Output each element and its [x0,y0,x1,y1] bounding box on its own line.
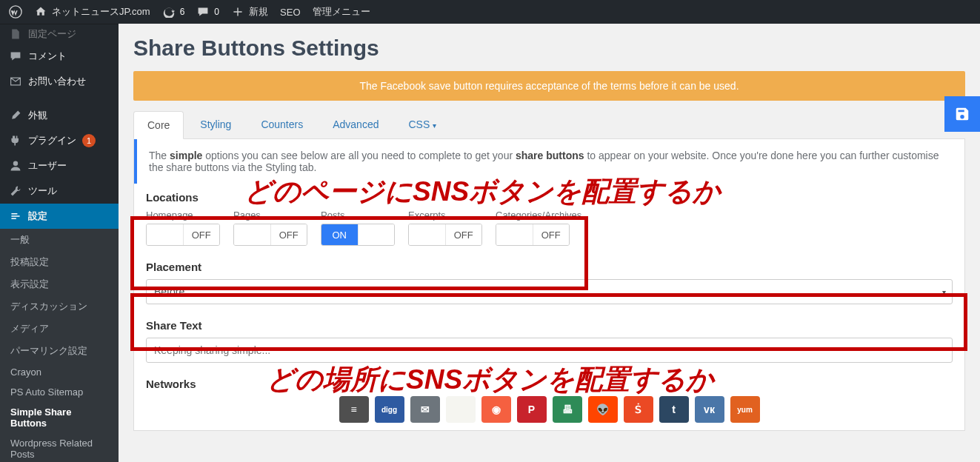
toggle-on [496,224,533,245]
sidebar-label: 設定 [28,210,47,223]
sidebar-item-appearance[interactable]: 外観 [0,103,119,128]
share-text-input[interactable] [146,338,953,363]
network-pinterest-icon[interactable]: P [517,396,547,423]
location-toggle[interactable]: OFF [496,224,570,246]
chevron-down-icon: ▾ [433,121,436,130]
sidebar-sub-item[interactable]: Crayon [0,362,119,382]
site-home-link[interactable]: ネットニュースJP.com [28,0,156,24]
plug-icon [9,134,22,147]
sidebar-sub-item[interactable]: メディア [0,318,119,340]
manage-link[interactable]: 管理メニュー [307,0,376,24]
plus-icon [231,5,244,19]
sidebar-label: ユーザー [28,159,67,173]
sidebar-label: お問い合わせ [28,75,86,88]
new-link[interactable]: 新規 [225,0,274,24]
updates-count: 6 [180,7,185,17]
facebook-notice: The Facebook save button requires accept… [133,71,965,101]
placement-select[interactable]: Before [146,279,953,304]
comments-count: 0 [214,7,219,17]
settings-tabs: CoreStylingCountersAdvancedCSS ▾ [133,111,965,139]
locations-heading: Locations [146,191,953,204]
network-vk-icon[interactable]: vк [695,396,724,423]
tab-counters[interactable]: Counters [247,111,316,138]
toggle-off: OFF [445,224,482,245]
sidebar-sub-item[interactable]: パーマリンク設定 [0,340,119,362]
network-email-icon[interactable]: ✉ [410,396,440,423]
sidebar-item-comments[interactable]: コメント [0,44,119,69]
sidebar-sub-item[interactable]: PS Auto Sitemap [0,382,119,402]
tab-css[interactable]: CSS ▾ [395,111,450,138]
save-button[interactable] [944,96,980,132]
location-label: Homepage [146,210,220,221]
page-title: Share Buttons Settings [133,36,965,61]
network-print-icon[interactable]: 🖶 [553,396,582,423]
sidebar-label: 固定ページ [28,27,76,41]
location-item: ExcerptsOFF [408,210,482,246]
tab-advanced[interactable]: Advanced [319,111,392,138]
network-reddit-icon[interactable]: 👽 [588,396,618,423]
location-item: HomepageOFF [146,210,220,246]
location-toggle[interactable]: ON [321,224,395,246]
sidebar-item-contact[interactable]: お問い合わせ [0,69,119,94]
sidebar-item-pages[interactable]: 固定ページ [0,24,119,44]
sidebar-sub-item[interactable]: 投稿設定 [0,251,119,273]
location-toggle[interactable]: OFF [146,224,220,246]
network-tumblr-icon[interactable]: t [659,396,689,423]
network-buffer-icon[interactable]: ≡ [339,396,369,423]
location-item: PostsON [321,210,395,246]
mail-icon [9,75,22,88]
sidebar-sub-item[interactable]: Wordpress Related Posts [0,433,119,462]
help-text: The simple options you can see below are… [134,139,964,184]
toggle-off: OFF [533,224,570,245]
placement-value: Before [154,286,184,298]
tab-styling[interactable]: Styling [187,111,244,138]
toggle-on: ON [321,224,358,245]
svg-point-0 [10,6,21,18]
toggle-off: OFF [270,224,307,245]
brush-icon [9,109,22,122]
location-label: Excerpts [408,210,482,221]
home-icon [34,5,47,19]
share-text-heading: Share Text [146,319,953,332]
network-digg-icon[interactable]: digg [375,396,404,423]
network-stumble-icon[interactable]: Ṡ [624,396,653,423]
sidebar-sub-item[interactable]: ディスカッション [0,295,119,318]
sliders-icon [9,210,22,223]
sidebar-sub-item[interactable]: 表示設定 [0,273,119,295]
refresh-icon [162,5,176,19]
comments-link[interactable]: 0 [190,0,225,24]
main-content: Share Buttons Settings The Facebook save… [119,24,980,462]
seo-link[interactable]: SEO [274,0,306,24]
network-flattr-icon[interactable] [446,396,476,423]
wp-logo[interactable] [3,0,28,24]
help-span: options you can see below are all you ne… [202,150,516,161]
tab-core[interactable]: Core [133,111,184,139]
sidebar-item-users[interactable]: ユーザー [0,153,119,178]
location-toggle[interactable]: OFF [408,224,482,246]
share-text-section: Share Text [134,319,964,370]
sidebar-sub-item[interactable]: Simple Share Buttons [0,402,119,433]
network-flipboard-icon[interactable]: ◉ [481,396,511,423]
wp-sidebar: 固定ページ コメント お問い合わせ 外観 プラグイン1 ユーザー ツール 設定 … [0,24,119,462]
placement-heading: Placement [146,261,953,273]
sidebar-item-settings[interactable]: 設定 [0,204,119,229]
wordpress-icon [9,5,22,19]
sidebar-label: ツール [28,184,57,198]
toggle-on [409,224,445,245]
help-strong: simple [170,150,202,161]
location-label: Posts [321,210,395,221]
new-label: 新規 [249,5,268,19]
save-icon [954,106,970,122]
locations-row: HomepageOFFPagesOFFPostsONExcerptsOFFCat… [146,210,953,246]
sidebar-item-plugins[interactable]: プラグイン1 [0,128,119,153]
sidebar-sub-item[interactable]: 一般 [0,229,119,251]
seo-label: SEO [280,7,300,18]
network-yummly-icon[interactable]: yum [730,396,760,423]
updates-link[interactable]: 6 [156,0,191,24]
location-toggle[interactable]: OFF [233,224,307,246]
sidebar-item-tools[interactable]: ツール [0,178,119,204]
plugin-badge: 1 [82,134,96,147]
sidebar-submenu: 一般投稿設定表示設定ディスカッションメディアパーマリンク設定CrayonPS A… [0,229,119,462]
comment-icon [9,50,22,63]
page-icon [9,27,22,41]
